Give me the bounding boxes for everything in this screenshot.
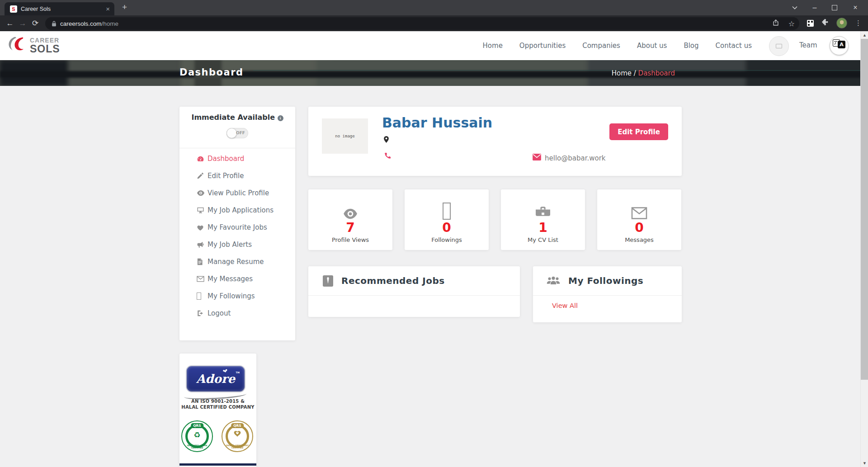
breadcrumb-home[interactable]: Home [612,69,632,77]
envelope-stat-icon [597,197,681,220]
suit-tie-icon [323,275,333,287]
sidebar-item-label: My Messages [208,275,253,283]
browser-profile-avatar[interactable] [836,18,847,28]
adore-brand-text: Adore TM [196,372,235,386]
stat-label: My CV List [501,236,585,243]
scrollbar-thumb[interactable] [861,39,868,380]
iso-14001-badge: QRS ♻ ISO 14001 : 2004 CERTIFIED [181,420,213,452]
heart-icon [197,224,208,231]
profile-name: Babar Hussain [382,115,492,131]
qr-extension-icon[interactable] [807,20,814,27]
profile-email-text: hello@babar.work [545,154,606,162]
view-all-link[interactable]: View All [552,302,578,309]
nav-companies[interactable]: Companies [582,42,620,50]
new-tab-button[interactable]: + [118,1,131,13]
sidebar-item-label: Logout [208,309,231,317]
stat-card-my-cv-list: 1 My CV List [501,189,585,250]
sidebar-item-my-messages[interactable]: My Messages [179,270,295,288]
nav-team[interactable]: Team [799,41,817,49]
profile-card: no image Babar Hussain hello@babar.work … [308,107,682,176]
main-nav: Home Opportunities Companies About us Bl… [483,31,752,60]
brand-logo[interactable]: CAREER SOLS [6,35,60,57]
bookmark-star-icon[interactable]: ☆ [788,19,795,28]
site-header: CAREER SOLS Home Opportunities Companies… [0,31,860,60]
logout-icon [197,310,208,317]
sidebar-item-manage-resume[interactable]: Manage Resume [179,253,295,270]
brand-line-2: SOLS [30,44,60,54]
scrollbar-up-arrow[interactable]: ▲ [861,31,868,39]
brand-line-1: CAREER [30,37,60,43]
file-icon [197,258,208,265]
sidebar-item-logout[interactable]: Logout [179,305,295,322]
browser-tab-strip: S Career Sols × + – × [0,0,868,15]
profile-email[interactable]: hello@babar.work [533,154,606,162]
sidebar-item-my-job-alerts[interactable]: My Job Alerts [179,236,295,253]
sidebar-item-label: View Public Profile [208,189,269,197]
dashboard-gauge-icon [197,155,208,163]
recommended-jobs-card: Recommended Jobs [308,266,520,317]
stat-value: 1 [501,220,585,236]
browser-tab[interactable]: S Career Sols × [5,2,114,15]
window-maximize-icon[interactable] [826,0,843,15]
maximize-square [832,5,837,10]
availability-label: Immediate Available [191,113,275,122]
sidebar-item-label: My Job Applications [208,206,274,214]
page-title: Dashboard [179,67,244,78]
sidebar-item-label: My Followings [208,292,255,300]
info-icon[interactable]: i [278,115,283,121]
lock-icon [52,20,57,27]
ohsas-18001-badge: QRS OHSAS 18001:2007 CERTIFIED [222,420,253,452]
sidebar-item-edit-profile[interactable]: Edit Profile [179,167,295,184]
stat-label: Messages [597,236,681,243]
recommended-jobs-title: Recommended Jobs [341,275,445,286]
stat-value: 0 [597,220,681,236]
window-close-icon[interactable]: × [846,0,864,15]
sidebar-item-label: Dashboard [208,155,244,163]
screen: S Career Sols × + – × ← → ⟳ careersols.c… [0,0,868,467]
sidebar-item-my-favourite-jobs[interactable]: My Favourite Jobs [179,219,295,236]
my-followings-title: My Followings [568,275,643,286]
adore-cert-line-2: HALAL CERTIFIED COMPANY [179,405,256,410]
card-footer-stripe [179,463,256,466]
reload-icon[interactable]: ⟳ [29,19,42,28]
immediate-available-toggle[interactable]: OFF [226,128,248,138]
careersols-favicon: S [10,5,17,13]
share-icon[interactable] [772,19,779,28]
back-icon[interactable]: ← [4,19,16,28]
scrollbar-down-arrow[interactable]: ▼ [861,459,868,467]
sidebar-item-dashboard[interactable]: Dashboard [179,150,295,167]
adore-trademark: TM [236,371,240,374]
browser-menu-kebab-icon[interactable]: ⋮ [855,19,862,27]
nav-contact-us[interactable]: Contact us [716,42,752,50]
availability-title: Immediate Available i [179,113,295,122]
translate-icon[interactable]: A [830,36,849,55]
tab-close-icon[interactable]: × [106,5,110,13]
toggle-state-label: OFF [236,131,245,135]
sidebar-item-my-job-applications[interactable]: My Job Applications [179,202,295,219]
nav-opportunities[interactable]: Opportunities [519,42,566,50]
sidebar-item-my-followings[interactable]: My Followings [179,288,295,305]
nav-about-us[interactable]: About us [637,42,667,50]
adore-logo[interactable]: Adore TM [186,365,245,392]
stat-card-followings: 0 Followings [405,189,489,250]
eye-stat-icon [308,197,392,220]
extensions-puzzle-icon[interactable] [821,19,829,28]
sidebar-menu: Dashboard Edit Profile View Public Profi… [179,150,295,322]
adore-cert-line-1: AN ISO 9001-2015 & [179,399,256,404]
badge-ring-text: ISO 14001 : 2004 CERTIFIED [184,444,210,449]
missing-glyph-stat-icon [405,197,489,220]
window-chevron-icon[interactable] [787,0,803,15]
nav-home[interactable]: Home [483,42,503,50]
sidebar-item-view-public-profile[interactable]: View Public Profile [179,184,295,202]
url-text: careersols.com/home [60,20,118,27]
forward-icon[interactable]: → [16,19,29,28]
address-bar[interactable]: careersols.com/home ☆ [45,17,799,30]
nav-blog[interactable]: Blog [684,42,698,50]
edit-profile-button[interactable]: Edit Profile [609,123,668,140]
browser-toolbar: ← → ⟳ careersols.com/home ☆ ⋮ [0,15,868,32]
adore-ad-card: Adore TM AN ISO 9001-2015 & HALAL CERTIF… [179,354,256,467]
envelope-icon [197,276,208,282]
avatar-placeholder-button[interactable] [769,36,789,56]
tab-title: Career Sols [21,6,106,12]
window-minimize-icon[interactable]: – [807,0,823,15]
